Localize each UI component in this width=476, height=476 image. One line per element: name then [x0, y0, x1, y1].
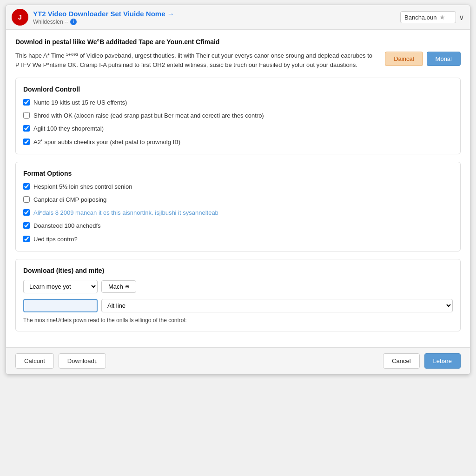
app-logo: J [12, 9, 28, 26]
browser-title-area: YT2 Video Downloader Set Viuide Nome → W… [33, 10, 396, 25]
cancel-button[interactable]: Cancel [383, 353, 419, 369]
lebare-button[interactable]: Lebare [424, 353, 461, 369]
checkbox-label-0: Nunto 19 kitls ust 15 re US effents) [33, 99, 453, 107]
browser-subtitle: Whildesslen -- i [33, 19, 396, 25]
page-heading: Downlod in pestal liike We°B additaded T… [15, 38, 376, 46]
download-control-section: Downlord Controll Nunto 19 kitls ust 15 … [15, 78, 461, 154]
format-checkbox-2[interactable] [23, 209, 30, 216]
format-checkbox-4[interactable] [23, 236, 30, 242]
format-checkbox-1[interactable] [23, 196, 30, 203]
format-row-3: Doansteod 100 anchedfs [23, 222, 453, 230]
format-row-1: Canplcar di CMP polposing [23, 196, 453, 204]
download-text-input[interactable] [23, 299, 98, 312]
checkbox-row-1: Shrod with OK (alocon raise (ead sranp p… [23, 112, 453, 120]
chevron-down-icon[interactable]: ∨ [459, 13, 464, 22]
checkbox-2[interactable] [23, 125, 30, 132]
format-checkbox-3[interactable] [23, 222, 30, 229]
download-lties-section: Download (lties) and mite) Learn moye yo… [15, 259, 461, 331]
format-label-4: Ued tips contro? [33, 235, 453, 244]
checkbox-label-2: Agiit 100 they shopremtal) [33, 125, 453, 133]
format-row-4: Ued tips contro? [23, 235, 453, 244]
page-description: This hape A* Time ¹⁺⁶⁹³ of Vidieo paveba… [15, 51, 376, 69]
daincal-button[interactable]: Daincal [385, 52, 423, 66]
checkbox-1[interactable] [23, 112, 30, 119]
footer-bar: Catcunt Download↓ Cancel Lebare [6, 347, 470, 374]
checkbox-0[interactable] [23, 99, 30, 106]
hint-text: The mos rineU/tlets pown read to the onl… [23, 317, 453, 324]
download-control-title: Downlord Controll [23, 86, 453, 93]
format-label-3: Doansteod 100 anchedfs [33, 222, 453, 230]
star-icon[interactable]: ★ [439, 13, 445, 21]
info-icon[interactable]: i [70, 19, 77, 25]
download-first-row: Learn moye yot Mach ⊕ [23, 280, 453, 293]
download-button[interactable]: Download↓ [59, 353, 106, 369]
checkbox-3[interactable] [23, 139, 30, 145]
header-right-controls: Bancha.oun ★ ∨ [400, 11, 464, 23]
alt-line-dropdown[interactable]: Alt line [101, 299, 453, 312]
format-label-2: Aliⁿdals 8 2009 mancan it es this aisnno… [33, 209, 453, 217]
cursor-icon: ⊕ [125, 284, 129, 290]
footer-left: Catcunt Download↓ [15, 353, 106, 369]
checkbox-label-3: A2ʹ spor aubls cheelirs your (shet patal… [33, 138, 453, 146]
format-options-title: Format Options [23, 170, 453, 177]
browser-window: J YT2 Video Downloader Set Viuide Nome →… [6, 5, 470, 375]
format-row-0: Hespiont 5½ loin shes control senion [23, 183, 453, 191]
checkbox-row-0: Nunto 19 kitls ust 15 re US effents) [23, 99, 453, 107]
browser-header: J YT2 Video Downloader Set Viuide Nome →… [6, 5, 470, 30]
format-row-2: Aliⁿdals 8 2009 mancan it es this aisnno… [23, 209, 453, 217]
checkbox-row-3: A2ʹ spor aubls cheelirs your (shet patal… [23, 138, 453, 146]
download-second-row: Alt line [23, 299, 453, 312]
monal-button[interactable]: Monal [427, 52, 461, 66]
page-title-link[interactable]: YT2 Video Downloader Set Viuide Nome → [33, 10, 396, 18]
format-options-section: Format Options Hespiont 5½ loin shes con… [15, 162, 461, 251]
page-content: Downlod in pestal liike We°B additaded T… [6, 30, 470, 347]
footer-right: Cancel Lebare [383, 353, 461, 369]
format-checkbox-0[interactable] [23, 183, 30, 190]
address-bar: Bancha.oun ★ [400, 11, 456, 23]
heading-row: Downlod in pestal liike We°B additaded T… [15, 38, 461, 78]
catcunt-button[interactable]: Catcunt [15, 353, 54, 369]
learn-more-dropdown[interactable]: Learn moye yot [23, 280, 98, 293]
mach-button[interactable]: Mach ⊕ [101, 280, 136, 293]
checkbox-row-2: Agiit 100 they shopremtal) [23, 125, 453, 133]
checkbox-label-1: Shrod with OK (alocon raise (ead sranp p… [33, 112, 453, 120]
download-lties-title: Download (lties) and mite) [23, 267, 453, 274]
format-label-0: Hespiont 5½ loin shes control senion [33, 183, 453, 191]
format-label-1: Canplcar di CMP polposing [33, 196, 453, 204]
